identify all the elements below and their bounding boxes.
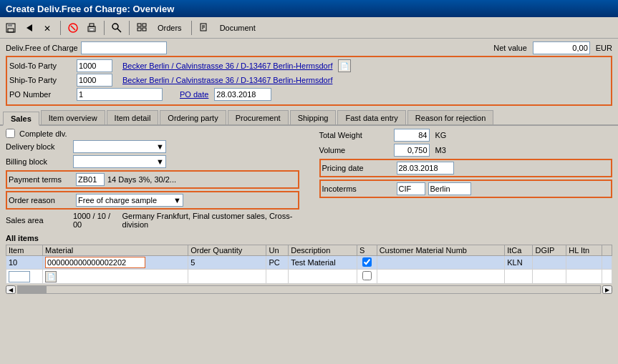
material-page-icon-2[interactable]: 📄 [45, 271, 57, 282]
print-icon[interactable] [84, 20, 100, 36]
tab-procurement[interactable]: Procurement [228, 110, 289, 124]
title-bar: Create Deliv.Free of Charge: Overview [0, 0, 618, 17]
order-reason-row: Order reason Free of charge sample ▼ [6, 191, 299, 210]
incoterms-row: Incoterms [319, 179, 613, 198]
sales-area-desc: Germany Frankfurt, Final customer sales,… [122, 212, 299, 229]
document-button[interactable]: Document [215, 20, 261, 36]
incoterms-input[interactable] [397, 182, 425, 195]
complete-dlv-checkbox[interactable] [6, 129, 15, 138]
cell-material-2: 📄 [43, 270, 188, 284]
separator3 [129, 21, 130, 35]
tab-item-overview[interactable]: Item overview [41, 110, 105, 124]
find-icon[interactable] [109, 20, 125, 36]
document-icon[interactable] [196, 20, 212, 36]
incoterms-place-input[interactable] [428, 182, 471, 195]
col-dgip: DGIP [533, 245, 566, 256]
tab-reason-for-rejection[interactable]: Reason for rejection [407, 110, 493, 124]
order-reason-arrow[interactable]: ▼ [173, 196, 181, 205]
back-icon[interactable] [21, 20, 37, 36]
hscroll-left[interactable]: ◀ [6, 285, 16, 294]
cell-customer-material [377, 256, 505, 270]
toolbar: ✕ Orders Document [0, 17, 618, 39]
svg-rect-13 [143, 24, 146, 26]
save-icon[interactable] [3, 20, 19, 36]
billing-block-label: Billing block [6, 157, 70, 166]
po-date-input[interactable] [214, 88, 271, 101]
svg-marker-3 [26, 24, 32, 31]
po-number-label: PO Number [9, 90, 74, 99]
total-weight-row: Total Weight KG [319, 129, 613, 142]
tab-shipping[interactable]: Shipping [290, 110, 337, 124]
pricing-date-input[interactable] [397, 162, 454, 174]
deliv-input[interactable] [81, 41, 167, 54]
sales-left-col: Complete dlv. Delivery block ▼ Billing b… [6, 129, 299, 231]
tab-sales[interactable]: Sales [3, 112, 39, 126]
sold-to-address: Becker Berlin / Calvinstrasse 36 / D-134… [122, 62, 332, 70]
svg-rect-8 [90, 24, 94, 26]
hscroll-right[interactable]: ▶ [602, 285, 612, 294]
total-weight-unit: KG [435, 131, 447, 139]
cancel-icon[interactable] [65, 20, 81, 36]
net-value-label: Net value [493, 44, 526, 52]
svg-rect-14 [137, 28, 141, 31]
material-input[interactable] [45, 257, 145, 268]
incoterms-label: Incoterms [322, 185, 394, 193]
row2-checkbox[interactable] [362, 271, 372, 280]
sold-to-id[interactable] [77, 59, 112, 72]
currency-label: EUR [596, 44, 612, 52]
cell-order-qty-2 [188, 270, 266, 284]
sold-to-page-icon[interactable]: 📄 [338, 59, 351, 72]
delivery-block-arrow[interactable]: ▼ [156, 142, 164, 151]
svg-rect-15 [143, 28, 146, 31]
billing-block-row: Billing block ▼ [6, 155, 299, 168]
po-number-input[interactable] [77, 88, 163, 101]
cell-material[interactable] [43, 256, 188, 270]
delivery-block-row: Delivery block ▼ [6, 140, 299, 153]
volume-unit: M3 [435, 146, 446, 154]
row1-checkbox[interactable] [362, 257, 372, 267]
cell-order-qty: 5 [188, 256, 266, 270]
payment-terms-id[interactable] [76, 173, 105, 186]
net-value-row: Deliv.Free of Charge Net value EUR [6, 41, 612, 54]
volume-row: Volume M3 [319, 144, 613, 157]
item-input-2[interactable] [9, 271, 30, 282]
total-weight-input[interactable] [394, 129, 430, 142]
ship-to-label: Ship-To Party [9, 76, 74, 84]
tab-ordering-party[interactable]: Ordering party [160, 110, 226, 124]
orders-button[interactable]: Orders [153, 20, 187, 36]
form-area: Deliv.Free of Charge Net value EUR Sold-… [0, 39, 618, 109]
order-reason-value: Free of charge sample [78, 196, 173, 205]
tab-fast-data-entry[interactable]: Fast data entry [337, 110, 405, 124]
document-label: Document [220, 24, 256, 32]
cell-un-2 [266, 270, 289, 284]
cell-customer-material-2 [377, 270, 505, 284]
orders-grid-icon[interactable] [134, 20, 150, 36]
po-row: PO Number PO date [9, 88, 609, 101]
hscroll-track[interactable] [17, 285, 601, 294]
svg-rect-2 [8, 29, 14, 32]
complete-dlv-label: Complete dlv. [19, 129, 67, 138]
cell-item-2 [6, 270, 43, 284]
ship-to-address: Becker Berlin / Calvinstrasse 36 / D-134… [122, 76, 332, 84]
cell-dgip [533, 256, 566, 270]
items-table: Item Material Order Quantity Un Descript… [6, 245, 612, 284]
delivery-block-label: Delivery block [6, 142, 70, 151]
svg-line-11 [117, 29, 121, 32]
ship-to-id[interactable] [77, 74, 112, 87]
separator2 [104, 21, 105, 35]
pricing-date-row: Pricing date [319, 159, 613, 177]
col-un: Un [266, 245, 289, 256]
sold-to-label: Sold-To Party [9, 62, 74, 70]
billing-block-arrow[interactable]: ▼ [156, 157, 164, 166]
volume-label: Volume [319, 146, 391, 154]
tab-item-detail[interactable]: Item detail [107, 110, 159, 124]
volume-input[interactable] [394, 144, 430, 157]
cell-s [357, 256, 377, 270]
sales-two-col: Complete dlv. Delivery block ▼ Billing b… [6, 129, 612, 231]
svg-line-6 [71, 26, 75, 30]
hscroll-thumb[interactable] [18, 286, 47, 293]
ship-to-row: Ship-To Party Becker Berlin / Calvinstra… [9, 74, 609, 87]
exit-icon[interactable]: ✕ [40, 20, 56, 36]
net-value-input[interactable] [533, 41, 590, 54]
col-item: Item [6, 245, 43, 256]
